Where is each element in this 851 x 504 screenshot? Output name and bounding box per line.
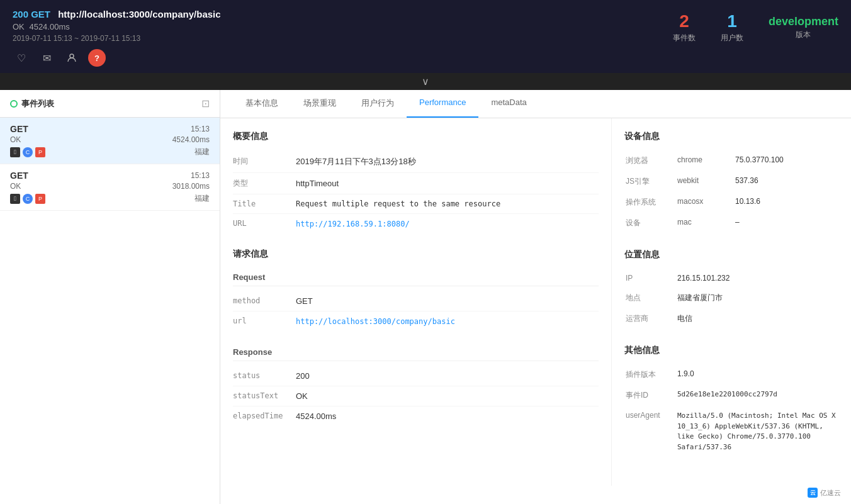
field-value: 2019年7月11日下午3点13分18秒 xyxy=(296,151,599,173)
chat-icon[interactable]: ✉ xyxy=(38,49,55,67)
sidebar-title-text: 事件列表 xyxy=(21,98,54,109)
field-value: 4524.00ms xyxy=(296,406,599,427)
device-section: 设备信息 浏览器 chrome 75.0.3770.100 JS引擎 webki… xyxy=(624,131,838,234)
field-value: 200 xyxy=(296,366,599,386)
tab-basic[interactable]: 基本信息 xyxy=(233,90,291,118)
field-label: method xyxy=(233,291,296,311)
tab-bar: 基本信息 场景重现 用户行为 Performance metaData xyxy=(220,90,851,118)
sidebar-action-icon[interactable]: ⊡ xyxy=(201,98,210,109)
location-table: IP 216.15.101.232 地点 福建省厦门市 运营商 电信 xyxy=(624,268,838,330)
chrome-icon: C xyxy=(23,147,33,157)
field-value: OK xyxy=(296,386,599,406)
brand-name: 亿速云 xyxy=(820,488,841,498)
sidebar: 事件列表 ⊡ GET 15:13 OK 4524.00ms  C P 福建 xyxy=(0,90,220,504)
help-icon[interactable]: ? xyxy=(88,49,106,67)
location-title: 位置信息 xyxy=(624,249,838,260)
table-row: 事件ID 5d26e18e1e2201000cc2797d xyxy=(626,386,837,405)
version-value: development xyxy=(769,15,838,28)
table-row: method GET xyxy=(233,291,599,311)
field-label: url xyxy=(233,311,296,332)
other-section: 其他信息 插件版本 1.9.0 事件ID 5d26e18e1e2201000cc… xyxy=(624,345,838,458)
elapsed-time: 4524.00ms xyxy=(29,22,69,31)
field-label: status xyxy=(233,366,296,386)
users-stat: 1 用户数 xyxy=(721,11,743,43)
field-value: http://192.168.59.1:8080/ xyxy=(296,214,599,234)
field-label: 事件ID xyxy=(626,386,676,405)
event-method: GET xyxy=(10,124,28,134)
table-row: 类型 httpTimeout xyxy=(233,173,599,194)
apple-icon:  xyxy=(10,147,20,157)
field-label: 浏览器 xyxy=(626,151,676,171)
sidebar-title: 事件列表 xyxy=(10,98,54,109)
event-item[interactable]: GET 15:13 OK 4524.00ms  C P 福建 xyxy=(0,118,220,164)
svg-point-0 xyxy=(70,54,74,58)
field-label: 插件版本 xyxy=(626,365,676,384)
table-row: 浏览器 chrome 75.0.3770.100 xyxy=(626,151,837,171)
field-value: 216.15.101.232 xyxy=(677,269,837,287)
apple-icon:  xyxy=(10,194,20,204)
tab-metadata[interactable]: metaData xyxy=(478,90,539,118)
plugin-icon: P xyxy=(35,147,45,157)
time-range: 2019-07-11 15:13 ~ 2019-07-11 15:13 xyxy=(13,34,673,43)
plugin-icon: P xyxy=(35,194,45,204)
event-time: 15:13 xyxy=(191,171,210,180)
field-label: 时间 xyxy=(233,151,296,173)
heart-icon[interactable]: ♡ xyxy=(13,49,30,67)
field-label: 运营商 xyxy=(626,309,676,328)
status-line: OK 4524.00ms xyxy=(13,22,673,31)
table-row: 时间 2019年7月11日下午3点13分18秒 xyxy=(233,151,599,173)
field-label: 类型 xyxy=(233,173,296,194)
users-count: 1 xyxy=(721,11,743,31)
table-row: 操作系统 macosx 10.13.6 xyxy=(626,193,837,212)
field-value: 电信 xyxy=(677,309,837,328)
field-value: 5d26e18e1e2201000cc2797d xyxy=(677,386,837,405)
tab-behavior[interactable]: 用户行为 xyxy=(349,90,407,118)
version-stat: development 版本 xyxy=(769,15,838,40)
request-title: 请求信息 xyxy=(233,249,599,260)
table-row: JS引擎 webkit 537.36 xyxy=(626,172,837,191)
response-status: OK xyxy=(13,22,25,31)
event-duration: 3018.00ms xyxy=(172,182,210,191)
request-sub-title: Request xyxy=(233,269,599,286)
events-count: 2 xyxy=(673,11,696,31)
request-url-link[interactable]: http://localhost:3000/company/basic xyxy=(296,317,455,326)
table-row: status 200 xyxy=(233,366,599,386)
url-link[interactable]: http://192.168.59.1:8080/ xyxy=(296,220,410,228)
table-row: 地点 福建省厦门市 xyxy=(626,288,837,308)
panel-right: 设备信息 浏览器 chrome 75.0.3770.100 JS引擎 webki… xyxy=(612,118,851,486)
field-label: 设备 xyxy=(626,213,676,233)
field-mid: mac xyxy=(677,213,734,233)
status-dot xyxy=(10,100,18,108)
field-value: http://localhost:3000/company/basic xyxy=(296,311,599,332)
field-value: httpTimeout xyxy=(296,173,599,194)
chevron-toggle[interactable]: ∨ xyxy=(0,73,851,90)
event-method: GET xyxy=(10,171,28,181)
main-layout: 事件列表 ⊡ GET 15:13 OK 4524.00ms  C P 福建 xyxy=(0,90,851,504)
field-label: 地点 xyxy=(626,288,676,308)
other-title: 其他信息 xyxy=(624,345,838,356)
tab-scene[interactable]: 场景重现 xyxy=(291,90,349,118)
brand-icon: 云 xyxy=(808,488,818,498)
table-row: statusText OK xyxy=(233,386,599,406)
request-sub-section: Request method GET url http://localhost:… xyxy=(233,269,599,331)
tab-performance[interactable]: Performance xyxy=(407,90,478,118)
field-label: Title xyxy=(233,194,296,214)
field-label: elapsedTime xyxy=(233,406,296,427)
field-value: Request multiple request to the same res… xyxy=(296,194,599,214)
field-mid: macosx xyxy=(677,193,734,212)
request-table: method GET url http://localhost:3000/com… xyxy=(233,291,599,331)
header-stats: 2 事件数 1 用户数 development 版本 xyxy=(673,9,838,43)
event-icons:  C P xyxy=(10,194,45,204)
response-sub-title: Response xyxy=(233,344,599,361)
field-value: GET xyxy=(296,291,599,311)
response-table: status 200 statusText OK elapsedTime 452… xyxy=(233,366,599,426)
event-icons:  C P xyxy=(10,147,45,157)
content-panels: 概要信息 时间 2019年7月11日下午3点13分18秒 类型 httpTime… xyxy=(220,118,851,486)
user-icon[interactable] xyxy=(63,49,81,67)
events-label: 事件数 xyxy=(673,33,696,43)
field-label: statusText xyxy=(233,386,296,406)
field-label: 操作系统 xyxy=(626,193,676,212)
event-item[interactable]: GET 15:13 OK 3018.00ms  C P 福建 xyxy=(0,164,220,211)
field-label: userAgent xyxy=(626,406,676,457)
events-stat: 2 事件数 xyxy=(673,11,696,43)
